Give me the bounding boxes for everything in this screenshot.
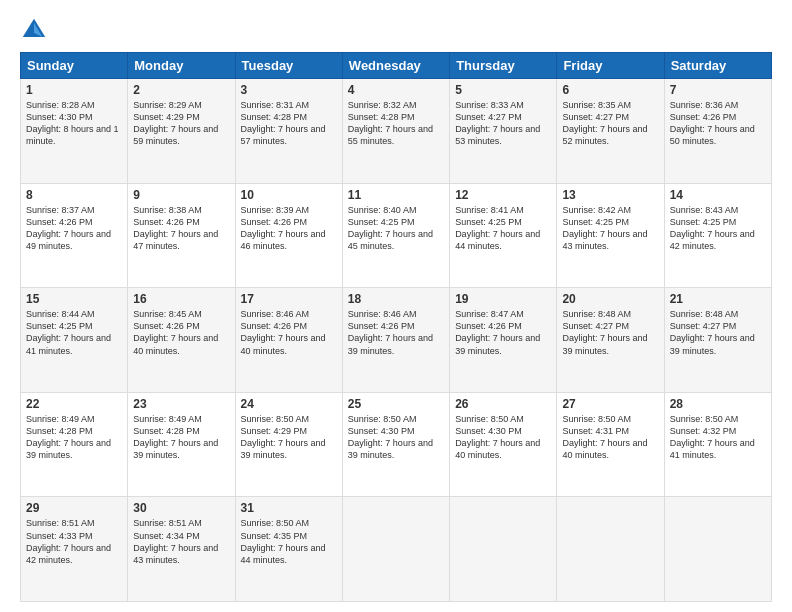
calendar-cell: 30Sunrise: 8:51 AMSunset: 4:34 PMDayligh… — [128, 497, 235, 602]
calendar-cell: 18Sunrise: 8:46 AMSunset: 4:26 PMDayligh… — [342, 288, 449, 393]
day-info: Sunrise: 8:51 AMSunset: 4:33 PMDaylight:… — [26, 517, 122, 566]
day-number: 9 — [133, 188, 229, 202]
calendar-week-4: 22Sunrise: 8:49 AMSunset: 4:28 PMDayligh… — [21, 392, 772, 497]
calendar-cell: 15Sunrise: 8:44 AMSunset: 4:25 PMDayligh… — [21, 288, 128, 393]
calendar-cell: 28Sunrise: 8:50 AMSunset: 4:32 PMDayligh… — [664, 392, 771, 497]
calendar-header-sunday: Sunday — [21, 53, 128, 79]
calendar-cell: 27Sunrise: 8:50 AMSunset: 4:31 PMDayligh… — [557, 392, 664, 497]
calendar-cell — [557, 497, 664, 602]
calendar-cell: 7Sunrise: 8:36 AMSunset: 4:26 PMDaylight… — [664, 79, 771, 184]
calendar-cell: 13Sunrise: 8:42 AMSunset: 4:25 PMDayligh… — [557, 183, 664, 288]
day-number: 6 — [562, 83, 658, 97]
day-number: 18 — [348, 292, 444, 306]
day-info: Sunrise: 8:50 AMSunset: 4:32 PMDaylight:… — [670, 413, 766, 462]
calendar-week-1: 1Sunrise: 8:28 AMSunset: 4:30 PMDaylight… — [21, 79, 772, 184]
day-number: 28 — [670, 397, 766, 411]
day-info: Sunrise: 8:42 AMSunset: 4:25 PMDaylight:… — [562, 204, 658, 253]
calendar-header-thursday: Thursday — [450, 53, 557, 79]
calendar-header-tuesday: Tuesday — [235, 53, 342, 79]
day-info: Sunrise: 8:49 AMSunset: 4:28 PMDaylight:… — [133, 413, 229, 462]
day-number: 2 — [133, 83, 229, 97]
calendar-cell: 1Sunrise: 8:28 AMSunset: 4:30 PMDaylight… — [21, 79, 128, 184]
day-number: 5 — [455, 83, 551, 97]
calendar-header-monday: Monday — [128, 53, 235, 79]
calendar-cell: 12Sunrise: 8:41 AMSunset: 4:25 PMDayligh… — [450, 183, 557, 288]
day-number: 25 — [348, 397, 444, 411]
day-info: Sunrise: 8:32 AMSunset: 4:28 PMDaylight:… — [348, 99, 444, 148]
day-number: 15 — [26, 292, 122, 306]
day-info: Sunrise: 8:33 AMSunset: 4:27 PMDaylight:… — [455, 99, 551, 148]
day-info: Sunrise: 8:43 AMSunset: 4:25 PMDaylight:… — [670, 204, 766, 253]
calendar-header-row: SundayMondayTuesdayWednesdayThursdayFrid… — [21, 53, 772, 79]
logo-icon — [20, 16, 48, 44]
day-number: 7 — [670, 83, 766, 97]
header — [20, 16, 772, 44]
day-info: Sunrise: 8:41 AMSunset: 4:25 PMDaylight:… — [455, 204, 551, 253]
calendar-cell: 8Sunrise: 8:37 AMSunset: 4:26 PMDaylight… — [21, 183, 128, 288]
day-info: Sunrise: 8:31 AMSunset: 4:28 PMDaylight:… — [241, 99, 337, 148]
calendar-cell: 20Sunrise: 8:48 AMSunset: 4:27 PMDayligh… — [557, 288, 664, 393]
day-info: Sunrise: 8:36 AMSunset: 4:26 PMDaylight:… — [670, 99, 766, 148]
day-number: 12 — [455, 188, 551, 202]
day-number: 1 — [26, 83, 122, 97]
calendar-cell: 6Sunrise: 8:35 AMSunset: 4:27 PMDaylight… — [557, 79, 664, 184]
calendar-cell: 14Sunrise: 8:43 AMSunset: 4:25 PMDayligh… — [664, 183, 771, 288]
calendar-cell — [450, 497, 557, 602]
day-number: 19 — [455, 292, 551, 306]
day-info: Sunrise: 8:50 AMSunset: 4:29 PMDaylight:… — [241, 413, 337, 462]
calendar-cell: 25Sunrise: 8:50 AMSunset: 4:30 PMDayligh… — [342, 392, 449, 497]
day-info: Sunrise: 8:40 AMSunset: 4:25 PMDaylight:… — [348, 204, 444, 253]
logo — [20, 16, 52, 44]
calendar-cell — [664, 497, 771, 602]
day-info: Sunrise: 8:38 AMSunset: 4:26 PMDaylight:… — [133, 204, 229, 253]
calendar-cell: 26Sunrise: 8:50 AMSunset: 4:30 PMDayligh… — [450, 392, 557, 497]
calendar-cell: 31Sunrise: 8:50 AMSunset: 4:35 PMDayligh… — [235, 497, 342, 602]
calendar-table: SundayMondayTuesdayWednesdayThursdayFrid… — [20, 52, 772, 602]
calendar-week-3: 15Sunrise: 8:44 AMSunset: 4:25 PMDayligh… — [21, 288, 772, 393]
calendar-cell: 4Sunrise: 8:32 AMSunset: 4:28 PMDaylight… — [342, 79, 449, 184]
calendar-cell: 16Sunrise: 8:45 AMSunset: 4:26 PMDayligh… — [128, 288, 235, 393]
calendar-week-5: 29Sunrise: 8:51 AMSunset: 4:33 PMDayligh… — [21, 497, 772, 602]
day-number: 11 — [348, 188, 444, 202]
calendar-cell: 24Sunrise: 8:50 AMSunset: 4:29 PMDayligh… — [235, 392, 342, 497]
calendar-cell: 3Sunrise: 8:31 AMSunset: 4:28 PMDaylight… — [235, 79, 342, 184]
day-info: Sunrise: 8:50 AMSunset: 4:30 PMDaylight:… — [455, 413, 551, 462]
page: SundayMondayTuesdayWednesdayThursdayFrid… — [0, 0, 792, 612]
calendar-cell: 2Sunrise: 8:29 AMSunset: 4:29 PMDaylight… — [128, 79, 235, 184]
calendar-cell: 9Sunrise: 8:38 AMSunset: 4:26 PMDaylight… — [128, 183, 235, 288]
day-info: Sunrise: 8:39 AMSunset: 4:26 PMDaylight:… — [241, 204, 337, 253]
day-info: Sunrise: 8:44 AMSunset: 4:25 PMDaylight:… — [26, 308, 122, 357]
day-info: Sunrise: 8:45 AMSunset: 4:26 PMDaylight:… — [133, 308, 229, 357]
day-number: 31 — [241, 501, 337, 515]
day-info: Sunrise: 8:48 AMSunset: 4:27 PMDaylight:… — [562, 308, 658, 357]
calendar-header-saturday: Saturday — [664, 53, 771, 79]
day-number: 30 — [133, 501, 229, 515]
calendar-cell: 21Sunrise: 8:48 AMSunset: 4:27 PMDayligh… — [664, 288, 771, 393]
calendar-cell: 22Sunrise: 8:49 AMSunset: 4:28 PMDayligh… — [21, 392, 128, 497]
day-info: Sunrise: 8:51 AMSunset: 4:34 PMDaylight:… — [133, 517, 229, 566]
day-info: Sunrise: 8:50 AMSunset: 4:31 PMDaylight:… — [562, 413, 658, 462]
day-info: Sunrise: 8:48 AMSunset: 4:27 PMDaylight:… — [670, 308, 766, 357]
day-info: Sunrise: 8:46 AMSunset: 4:26 PMDaylight:… — [348, 308, 444, 357]
day-number: 23 — [133, 397, 229, 411]
day-info: Sunrise: 8:35 AMSunset: 4:27 PMDaylight:… — [562, 99, 658, 148]
calendar-cell: 17Sunrise: 8:46 AMSunset: 4:26 PMDayligh… — [235, 288, 342, 393]
day-number: 13 — [562, 188, 658, 202]
calendar-cell: 11Sunrise: 8:40 AMSunset: 4:25 PMDayligh… — [342, 183, 449, 288]
day-number: 26 — [455, 397, 551, 411]
day-number: 10 — [241, 188, 337, 202]
day-info: Sunrise: 8:50 AMSunset: 4:30 PMDaylight:… — [348, 413, 444, 462]
day-info: Sunrise: 8:47 AMSunset: 4:26 PMDaylight:… — [455, 308, 551, 357]
calendar-cell: 10Sunrise: 8:39 AMSunset: 4:26 PMDayligh… — [235, 183, 342, 288]
day-info: Sunrise: 8:37 AMSunset: 4:26 PMDaylight:… — [26, 204, 122, 253]
day-info: Sunrise: 8:49 AMSunset: 4:28 PMDaylight:… — [26, 413, 122, 462]
day-number: 16 — [133, 292, 229, 306]
day-number: 22 — [26, 397, 122, 411]
day-number: 4 — [348, 83, 444, 97]
day-number: 14 — [670, 188, 766, 202]
calendar-week-2: 8Sunrise: 8:37 AMSunset: 4:26 PMDaylight… — [21, 183, 772, 288]
day-number: 21 — [670, 292, 766, 306]
calendar-cell — [342, 497, 449, 602]
day-number: 20 — [562, 292, 658, 306]
calendar-header-wednesday: Wednesday — [342, 53, 449, 79]
